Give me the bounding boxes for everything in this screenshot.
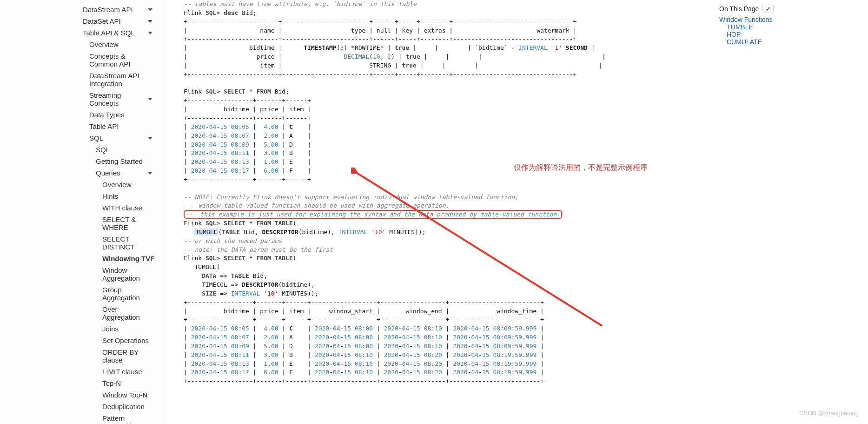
- toc-collapse-button[interactable]: ⤢: [762, 5, 774, 13]
- main-content: -- tables must have time attribute, e.g.…: [165, 0, 868, 424]
- code-block: -- tables must have time attribute, e.g.…: [184, 0, 859, 386]
- chevron-down-icon: [148, 8, 152, 11]
- watermark: CSDN @zhangbaqing: [799, 410, 859, 417]
- sidebar-item-datastream-api[interactable]: DataStream API: [0, 4, 165, 15]
- sidebar-item-over-aggregation[interactable]: Over Aggregation: [0, 303, 165, 323]
- toc-link-window-functions[interactable]: Window Functions: [719, 16, 772, 23]
- toc-link-hop[interactable]: HOP: [727, 31, 741, 38]
- sidebar-item-windowing-tvf[interactable]: Windowing TVF: [0, 253, 165, 264]
- sidebar-item-data-types[interactable]: Data Types: [0, 109, 165, 121]
- sidebar-item-getting-started[interactable]: Getting Started: [0, 155, 165, 167]
- sidebar-item-deduplication[interactable]: Deduplication: [0, 401, 165, 412]
- sidebar-item-hints[interactable]: Hints: [0, 190, 165, 202]
- sidebar-item-dataset-api[interactable]: DataSet API: [0, 15, 165, 27]
- sidebar-item-top-n[interactable]: Top-N: [0, 377, 165, 389]
- toc-link-cumulate[interactable]: CUMULATE: [727, 38, 762, 46]
- sidebar-item-window-top-n[interactable]: Window Top-N: [0, 389, 165, 401]
- sidebar-item-group-aggregation[interactable]: Group Aggregation: [0, 284, 165, 303]
- toc: On This Page ⤢ Window FunctionsTUMBLEHOP…: [719, 5, 849, 46]
- sidebar-item-overview[interactable]: Overview: [0, 179, 165, 190]
- sidebar-item-joins[interactable]: Joins: [0, 323, 165, 335]
- sidebar-item-select-where[interactable]: SELECT & WHERE: [0, 214, 165, 233]
- sidebar-item-limit-clause[interactable]: LIMIT clause: [0, 366, 165, 377]
- chevron-down-icon: [148, 172, 152, 175]
- sidebar-item-window-aggregation[interactable]: Window Aggregation: [0, 264, 165, 284]
- sidebar-item-overview[interactable]: Overview: [0, 39, 165, 50]
- toc-link-tumble[interactable]: TUMBLE: [727, 23, 753, 31]
- toc-title: On This Page: [719, 5, 759, 13]
- sidebar-item-with-clause[interactable]: WITH clause: [0, 202, 165, 214]
- sidebar-item-datastream-api-integration[interactable]: DataStream API Integration: [0, 70, 165, 89]
- sidebar-item-sql[interactable]: SQL: [0, 144, 165, 155]
- chevron-down-icon: [148, 98, 152, 101]
- sidebar: DataStream APIDataSet APITable API & SQL…: [0, 0, 165, 424]
- sidebar-item-table-api-sql[interactable]: Table API & SQL: [0, 27, 165, 39]
- sidebar-item-streaming-concepts[interactable]: Streaming Concepts: [0, 89, 165, 109]
- sidebar-item-sql[interactable]: SQL: [0, 132, 165, 144]
- chevron-down-icon: [148, 137, 152, 140]
- sidebar-item-select-distinct[interactable]: SELECT DISTINCT: [0, 233, 165, 253]
- sidebar-item-concepts-common-api[interactable]: Concepts & Common API: [0, 50, 165, 70]
- sidebar-item-set-operations[interactable]: Set Operations: [0, 335, 165, 346]
- chevron-down-icon: [148, 20, 152, 23]
- sidebar-item-order-by-clause[interactable]: ORDER BY clause: [0, 346, 165, 366]
- chevron-down-icon: [148, 32, 152, 34]
- sidebar-item-queries[interactable]: Queries: [0, 167, 165, 179]
- sidebar-item-table-api[interactable]: Table API: [0, 121, 165, 132]
- sidebar-item-pattern-recognition[interactable]: Pattern Recognition: [0, 412, 165, 424]
